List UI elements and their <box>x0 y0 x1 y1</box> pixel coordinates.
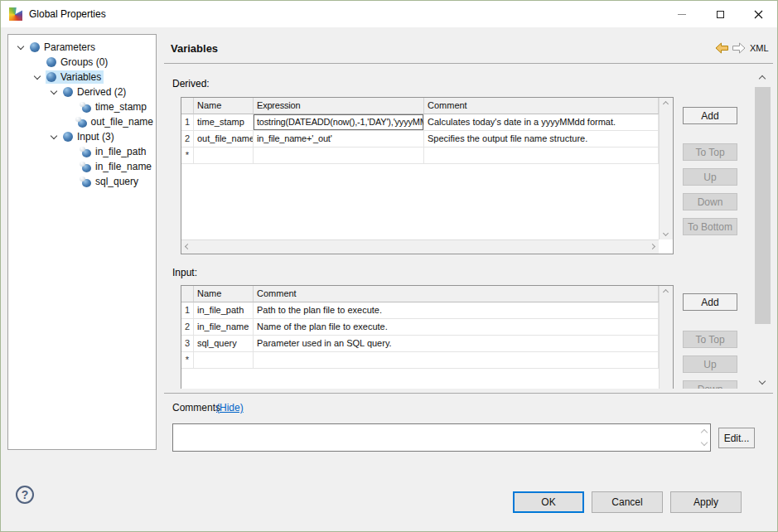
scroll-right-icon[interactable] <box>650 244 655 249</box>
comments-field-wrapper <box>172 423 711 452</box>
ok-button[interactable]: OK <box>513 491 584 513</box>
derived-table-vscrollbar[interactable] <box>659 98 673 239</box>
comments-label: Comments <box>172 402 220 414</box>
parameters-sphere-icon <box>30 42 40 52</box>
forward-arrow-icon[interactable] <box>732 42 746 54</box>
chevron-down-icon[interactable] <box>12 46 29 49</box>
scroll-down-icon[interactable] <box>759 378 766 384</box>
input-table-header[interactable]: Name Comment <box>181 286 659 302</box>
content-vscrollbar[interactable] <box>753 71 772 389</box>
scrollbar-thumb[interactable] <box>755 87 771 324</box>
back-arrow-icon[interactable] <box>715 42 729 54</box>
row-number: 1 <box>181 114 194 131</box>
column-header-comment[interactable]: Comment <box>254 286 659 302</box>
cell-expression[interactable]: tostring(DATEADD(now(),-1,'DAY'),'yyyyMM… <box>254 114 424 131</box>
derived-sphere-icon <box>63 87 73 97</box>
column-header-comment[interactable]: Comment <box>424 98 659 114</box>
derived-add-button[interactable]: Add <box>683 107 737 124</box>
edit-button[interactable]: Edit... <box>718 428 755 448</box>
input-to-top-button[interactable]: To Top <box>683 331 737 348</box>
cell-name[interactable] <box>194 148 254 164</box>
cell-comment[interactable]: Specifies the output file name structure… <box>424 131 659 148</box>
help-icon[interactable]: ? <box>16 486 34 504</box>
close-button[interactable] <box>739 1 777 27</box>
input-table-vscrollbar[interactable] <box>659 286 673 389</box>
row-number: 2 <box>181 319 194 336</box>
input-add-button[interactable]: Add <box>683 293 737 311</box>
tree-item-in-file-path[interactable]: in_file_path <box>8 144 156 159</box>
derived-to-bottom-button[interactable]: To Bottom <box>683 218 737 235</box>
scroll-up-icon[interactable] <box>759 75 766 82</box>
page-title: Variables <box>171 42 218 55</box>
cell-comment[interactable]: Path to the plan file to execute. <box>254 302 659 319</box>
cell-comment[interactable]: Parameter used in an SQL query. <box>254 336 659 352</box>
maximize-button[interactable] <box>701 1 739 27</box>
cell-name[interactable]: out_file_name <box>194 131 254 148</box>
comments-input[interactable] <box>173 424 710 451</box>
table-row[interactable]: 2 in_file_name Name of the plan file to … <box>181 319 659 336</box>
input-up-button[interactable]: Up <box>683 355 737 373</box>
tree-item-out-file-name[interactable]: out_file_name <box>8 114 156 129</box>
table-row[interactable]: 3 sql_query Parameter used in an SQL que… <box>181 336 659 352</box>
derived-table[interactable]: Name Expression Comment 1 time_stamp tos… <box>181 97 674 254</box>
scroll-up-icon[interactable] <box>663 289 669 295</box>
tree-item-variables[interactable]: Variables <box>8 70 156 85</box>
chevron-down-icon[interactable] <box>29 76 46 79</box>
minimize-button[interactable] <box>663 1 701 27</box>
table-row-new[interactable]: * <box>181 148 659 164</box>
derived-table-header[interactable]: Name Expression Comment <box>181 98 659 114</box>
column-header-name[interactable]: Name <box>194 98 254 114</box>
derived-to-top-button[interactable]: To Top <box>683 143 737 161</box>
maximize-icon <box>717 11 724 18</box>
scroll-left-icon[interactable] <box>185 244 191 249</box>
tree-item-label: Parameters <box>44 41 95 53</box>
global-properties-dialog: Global Properties Parameters Groups (0) … <box>0 0 778 532</box>
tree-item-parameters[interactable]: Parameters <box>8 40 156 55</box>
derived-up-button[interactable]: Up <box>683 168 737 186</box>
input-table[interactable]: Name Comment 1 in_file_path Path to the … <box>181 285 674 389</box>
tree-item-in-file-name[interactable]: in_file_name <box>8 159 156 174</box>
cell-comment[interactable] <box>424 148 659 164</box>
cell-name[interactable]: time_stamp <box>194 114 254 131</box>
table-row[interactable]: 1 time_stamp tostring(DATEADD(now(),-1,'… <box>181 114 659 131</box>
cell-name[interactable]: in_file_path <box>194 302 254 319</box>
cancel-button[interactable]: Cancel <box>592 491 663 513</box>
column-header-name[interactable]: Name <box>194 286 254 302</box>
cell-expression[interactable] <box>254 148 424 164</box>
table-row-new[interactable]: * <box>181 352 659 369</box>
chevron-down-icon[interactable] <box>46 91 62 94</box>
cell-comment[interactable]: Name of the plan file to execute. <box>254 319 659 336</box>
tree-item-label: sql_query <box>95 176 138 187</box>
table-row[interactable]: 2 out_file_name in_file_name+'_out' Spec… <box>181 131 659 148</box>
title-bar: Global Properties <box>1 1 777 27</box>
input-down-button[interactable]: Down <box>683 380 737 389</box>
tree-item-time-stamp[interactable]: time_stamp <box>8 99 156 114</box>
apply-button[interactable]: Apply <box>670 491 742 513</box>
cell-expression[interactable]: in_file_name+'_out' <box>254 131 424 148</box>
tree-item-groups[interactable]: Groups (0) <box>8 55 156 70</box>
cell-name[interactable] <box>194 352 254 369</box>
tree-item-input[interactable]: Input (3) <box>8 129 156 144</box>
hide-link[interactable]: (Hide) <box>216 402 244 414</box>
cell-name[interactable]: in_file_name <box>194 319 254 336</box>
row-number: 1 <box>181 302 194 319</box>
derived-down-button[interactable]: Down <box>683 193 737 210</box>
cell-name[interactable]: sql_query <box>194 336 254 352</box>
derived-table-hscrollbar[interactable] <box>181 239 659 254</box>
cell-comment[interactable] <box>254 352 659 369</box>
tree-item-sql-query[interactable]: sql_query <box>8 174 156 189</box>
xml-link[interactable]: XML <box>750 43 769 53</box>
tree-item-label: Derived (2) <box>77 86 126 98</box>
app-logo-icon <box>9 7 22 21</box>
selected-highlight: Variables <box>46 70 104 84</box>
scroll-up-icon[interactable] <box>663 101 669 107</box>
cell-comment[interactable]: Calculates today's date in a yyyyMMdd fo… <box>424 114 659 131</box>
variable-icon <box>80 147 91 157</box>
tree-item-derived[interactable]: Derived (2) <box>8 85 156 99</box>
scroll-down-icon[interactable] <box>663 230 669 236</box>
table-row[interactable]: 1 in_file_path Path to the plan file to … <box>181 302 659 319</box>
column-header-expression[interactable]: Expression <box>254 98 424 114</box>
chevron-down-icon[interactable] <box>46 136 62 138</box>
tree-item-label: out_file_name <box>91 116 153 128</box>
groups-sphere-icon <box>46 57 56 67</box>
